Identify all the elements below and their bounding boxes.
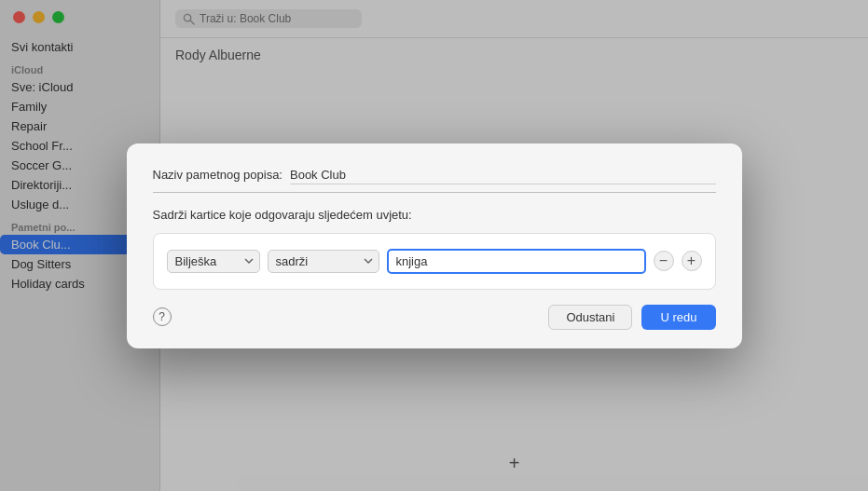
condition-row: Bilješka sadrži − + [167, 249, 702, 274]
condition-container: Bilješka sadrži − + [153, 233, 716, 290]
dialog-footer: ? Odustani U redu [153, 305, 716, 330]
condition-field-select[interactable]: Bilješka [167, 250, 260, 273]
footer-buttons: Odustani U redu [548, 305, 715, 330]
app-window: Svi kontakti iCloud Sve: iCloud Family R… [0, 0, 868, 491]
help-button[interactable]: ? [153, 307, 172, 326]
cancel-button[interactable]: Odustani [548, 305, 632, 330]
remove-condition-button[interactable]: − [654, 251, 674, 271]
smart-list-dialog: Naziv pametnog popisa: Sadrži kartice ko… [127, 143, 742, 348]
dialog-subtitle: Sadrži kartice koje odgovaraju sljedećem… [153, 208, 716, 222]
condition-text-input[interactable] [387, 249, 646, 274]
name-field-row: Naziv pametnog popisa: [153, 166, 716, 193]
modal-overlay: Naziv pametnog popisa: Sadrži kartice ko… [0, 0, 868, 491]
name-label: Naziv pametnog popisa: [153, 168, 282, 182]
add-condition-button[interactable]: + [682, 251, 702, 271]
smart-list-name-input[interactable] [290, 166, 716, 184]
ok-button[interactable]: U redu [641, 305, 715, 330]
condition-operator-select[interactable]: sadrži [268, 250, 379, 273]
